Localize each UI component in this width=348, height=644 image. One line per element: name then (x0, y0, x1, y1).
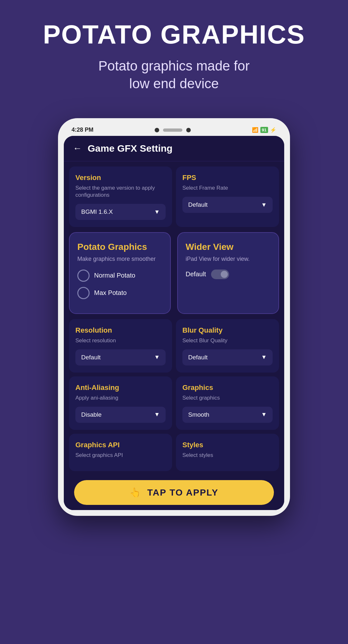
wider-view-card: Wider View iPad View for wider view. Def… (177, 232, 279, 314)
fps-arrow: ▼ (261, 202, 267, 208)
graphics-desc: Select graphics (182, 394, 273, 402)
phone-top-bar: 4:28 PM 📶 91 ⚡ (64, 124, 284, 136)
tap-button-container: 👆 TAP TO APPLY (69, 475, 279, 510)
app-header-title: Game GFX Setting (88, 143, 172, 154)
hero-title: POTATO GRAPHICS (13, 19, 335, 50)
graphics-api-card: Graphics API Select graphics API (69, 434, 172, 471)
resolution-value: Default (81, 354, 101, 361)
resolution-card: Resolution Select resolution Default ▼ (69, 319, 172, 373)
resolution-dropdown[interactable]: Default ▼ (75, 349, 166, 365)
graphics-card: Graphics Select graphics Smooth ▼ (176, 376, 279, 430)
potato-desc: Make graphics more smoother (77, 255, 162, 263)
graphics-label: Graphics (182, 384, 273, 392)
blur-quality-dropdown[interactable]: Default ▼ (182, 349, 273, 365)
max-potato-label: Max Potato (94, 289, 127, 297)
wider-view-title: Wider View (186, 242, 271, 252)
styles-card: Styles Select styles (176, 434, 279, 471)
blur-quality-label: Blur Quality (182, 326, 273, 335)
app-header: ← Game GFX Setting (64, 136, 284, 161)
potato-title: Potato Graphics (77, 242, 162, 252)
fps-value: Default (188, 201, 208, 208)
blur-quality-desc: Select Blur Quality (182, 337, 273, 344)
floating-cards-row: Potato Graphics Make graphics more smoot… (69, 232, 279, 314)
resolution-desc: Select resolution (75, 337, 166, 344)
styles-label: Styles (182, 441, 273, 449)
wider-view-toggle-row: Default (186, 270, 271, 279)
bottom-content: Resolution Select resolution Default ▼ B… (64, 319, 284, 510)
tap-text: TAP TO APPLY (147, 488, 218, 498)
wider-view-toggle-label: Default (186, 270, 206, 278)
anti-aliasing-dropdown[interactable]: Disable ▼ (75, 407, 166, 423)
version-arrow: ▼ (154, 209, 160, 215)
top-cards-grid: Version Select the game version to apply… (64, 161, 284, 232)
bolt-icon: ⚡ (270, 127, 276, 133)
status-right: 📶 91 ⚡ (252, 127, 276, 133)
anti-aliasing-label: Anti-Aliasing (75, 384, 166, 392)
potato-graphics-card: Potato Graphics Make graphics more smoot… (69, 232, 171, 314)
fps-desc: Select Frame Rate (182, 185, 273, 192)
anti-aliasing-desc: Apply ani-aliasing (75, 394, 166, 402)
radio-max-potato[interactable]: Max Potato (77, 287, 162, 299)
resolution-arrow: ▼ (154, 354, 160, 361)
graphics-arrow: ▼ (261, 411, 267, 418)
styles-desc: Select styles (182, 452, 273, 459)
version-value: BGMI 1.6.X (81, 208, 113, 215)
fps-dropdown[interactable]: Default ▼ (182, 197, 273, 213)
bottom-grid-3: Graphics API Select graphics API Styles … (69, 434, 279, 471)
toggle-knob (221, 271, 228, 278)
normal-potato-label: Normal Potato (94, 272, 135, 279)
version-dropdown[interactable]: BGMI 1.6.X ▼ (75, 204, 166, 220)
phone-screen: ← Game GFX Setting Version Select the ga… (64, 136, 284, 510)
anti-aliasing-arrow: ▼ (154, 411, 160, 418)
camera-dot-2 (186, 128, 191, 132)
graphics-dropdown[interactable]: Smooth ▼ (182, 407, 273, 423)
notch-area (155, 128, 191, 132)
wider-view-toggle[interactable] (211, 270, 229, 279)
phone-container: 4:28 PM 📶 91 ⚡ ← Game GFX Setting (0, 118, 348, 516)
bottom-grid-1: Resolution Select resolution Default ▼ B… (69, 319, 279, 373)
tap-to-apply-button[interactable]: 👆 TAP TO APPLY (74, 480, 274, 505)
fps-card: FPS Select Frame Rate Default ▼ (176, 166, 279, 227)
graphics-api-label: Graphics API (75, 441, 166, 449)
wider-view-desc: iPad View for wider view. (186, 255, 271, 263)
back-button[interactable]: ← (73, 143, 82, 154)
hero-section: POTATO GRAPHICS Potato graphics made for… (0, 0, 348, 105)
graphics-value: Smooth (188, 411, 209, 418)
radio-circle-normal (77, 270, 90, 282)
speaker-bar (163, 128, 182, 132)
hero-subtitle: Potato graphics made forlow end device (13, 57, 335, 92)
resolution-label: Resolution (75, 326, 166, 335)
blur-quality-arrow: ▼ (261, 354, 267, 361)
version-desc: Select the game version to apply configu… (75, 185, 166, 199)
signal-icon: 📶 (252, 127, 258, 133)
fps-label: FPS (182, 174, 273, 182)
bottom-grid-2: Anti-Aliasing Apply ani-aliasing Disable… (69, 376, 279, 430)
floating-section: Potato Graphics Make graphics more smoot… (64, 232, 284, 319)
anti-aliasing-card: Anti-Aliasing Apply ani-aliasing Disable… (69, 376, 172, 430)
radio-normal-potato[interactable]: Normal Potato (77, 270, 162, 282)
radio-circle-max (77, 287, 90, 299)
graphics-api-desc: Select graphics API (75, 452, 166, 459)
blur-quality-value: Default (188, 354, 208, 361)
blur-quality-card: Blur Quality Select Blur Quality Default… (176, 319, 279, 373)
phone-mockup: 4:28 PM 📶 91 ⚡ ← Game GFX Setting (58, 118, 290, 516)
anti-aliasing-value: Disable (81, 411, 102, 418)
battery-icon: 91 (260, 127, 268, 133)
camera-dot (155, 128, 159, 132)
version-label: Version (75, 174, 166, 182)
status-time: 4:28 PM (72, 127, 93, 133)
version-card: Version Select the game version to apply… (69, 166, 172, 227)
tap-icon: 👆 (130, 487, 141, 498)
